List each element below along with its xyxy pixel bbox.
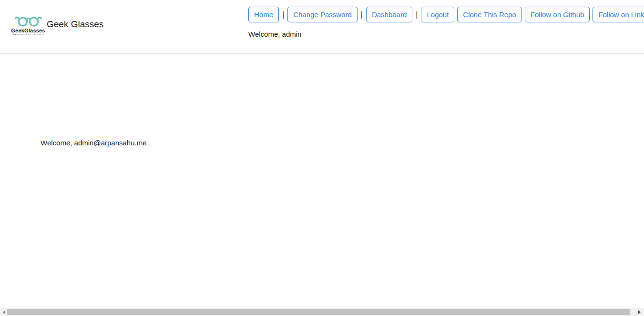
brand-logo[interactable]: GeekGlasses LEARNING BY CURIOSITY <box>14 12 42 36</box>
nav-button-clone-repo[interactable]: Clone This Repo <box>457 7 521 22</box>
nav-buttons-row: Home | Change Password | Dashboard | Log… <box>248 7 644 22</box>
nav-separator: | <box>282 10 284 19</box>
nav-button-home[interactable]: Home <box>248 7 279 22</box>
glasses-icon <box>15 12 42 28</box>
main-nav: Home | Change Password | Dashboard | Log… <box>248 7 644 38</box>
logo-tagline: LEARNING BY CURIOSITY <box>12 33 45 36</box>
header: GeekGlasses LEARNING BY CURIOSITY Geek G… <box>0 0 644 54</box>
logo-wordmark: GeekGlasses <box>11 28 45 33</box>
nav-button-follow-linkedin[interactable]: Follow on LinkedIn <box>593 7 644 22</box>
brand[interactable]: GeekGlasses LEARNING BY CURIOSITY Geek G… <box>14 12 103 36</box>
arrow-left-icon <box>3 310 5 314</box>
scrollbar-left-arrow[interactable] <box>0 308 8 316</box>
nav-button-logout[interactable]: Logout <box>421 7 454 22</box>
nav-button-follow-github[interactable]: Follow on Github <box>525 7 590 22</box>
scrollbar-right-arrow[interactable] <box>635 308 643 316</box>
arrow-right-icon <box>638 310 641 314</box>
nav-separator: | <box>361 10 363 19</box>
site-title: Geek Glasses <box>47 19 103 30</box>
nav-separator: | <box>416 10 418 19</box>
header-welcome-text: Welcome, admin <box>248 30 644 38</box>
welcome-message: Welcome, admin@arpansahu.me <box>41 139 147 147</box>
nav-button-dashboard[interactable]: Dashboard <box>366 7 412 22</box>
horizontal-scrollbar[interactable] <box>0 308 644 316</box>
scrollbar-thumb[interactable] <box>7 309 630 315</box>
nav-button-change-password[interactable]: Change Password <box>287 7 358 22</box>
